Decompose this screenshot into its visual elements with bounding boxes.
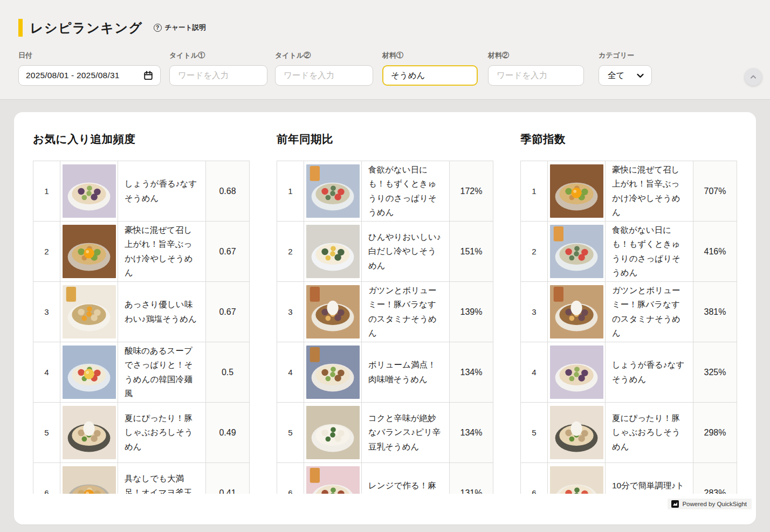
recipe-image (63, 346, 116, 399)
date-filter: 日付 2025/08/01 - 2025/08/31 (18, 51, 161, 86)
metric-value: 0.67 (206, 282, 249, 342)
ingredient2-input[interactable] (488, 65, 584, 86)
ingredient2-filter-label: 材料② (488, 51, 584, 60)
recipe-photo-illustration (550, 164, 603, 218)
recipe-title: ガツンとボリューミー！豚バラなすのスタミナそうめん (362, 282, 450, 342)
category-select[interactable]: 全て (599, 65, 652, 86)
recipe-title: しょうが香る♪なすそうめん (118, 161, 206, 221)
rank-cell: 3 (521, 282, 548, 342)
chart-help-link[interactable]: ? チャート説明 (154, 23, 206, 32)
recipe-image (306, 164, 360, 218)
title2-filter: タイトル② (275, 51, 373, 86)
recipe-photo-illustration (63, 164, 116, 218)
rank-cell: 6 (33, 463, 60, 494)
filter-bar: 日付 2025/08/01 - 2025/08/31 タイトル① タイトル② (0, 51, 770, 88)
metric-value: 298% (693, 403, 737, 462)
recipe-image (550, 225, 603, 278)
recipe-title: 夏にぴったり！豚しゃぶおろしそうめん (606, 403, 693, 462)
recipe-image-cell (304, 463, 362, 494)
chart-help-label: チャート説明 (165, 23, 206, 32)
table-row[interactable]: 1食欲がない日にも！もずくときゅうりのさっぱりそうめん172% (277, 161, 493, 222)
table-row[interactable]: 1豪快に混ぜて召し上がれ！旨辛ぶっかけ冷やしそうめん707% (521, 161, 737, 222)
metric-value: 134% (450, 403, 493, 462)
rank-cell: 2 (277, 222, 304, 281)
metric-value: 0.41 (206, 463, 249, 494)
recipe-photo-illustration (306, 225, 360, 278)
recipe-image (306, 346, 360, 399)
rank-cell: 4 (521, 342, 548, 402)
recipe-title: 酸味のあるスープでさっぱりと！そうめんの韓国冷麺風 (118, 342, 206, 402)
metric-value: 151% (450, 222, 493, 281)
metric-value: 416% (693, 222, 737, 281)
main-area: お気に入り追加頻度 1しょうが香る♪なすそうめん0.682豪快に混ぜて召し上がれ… (0, 100, 770, 524)
recipe-photo-illustration (306, 466, 360, 494)
rank-cell: 1 (521, 161, 548, 221)
recipe-image-cell (60, 282, 118, 342)
recipe-image-cell (548, 222, 606, 281)
table-row[interactable]: 610分で簡単調理♪トマトそうめん283% (521, 463, 737, 494)
table-row[interactable]: 2食欲がない日にも！もずくときゅうりのさっぱりそうめん416% (521, 222, 737, 282)
recipe-image-cell (304, 403, 362, 462)
table-row[interactable]: 6具なしでも大満足！オイマヨ釜玉そうめん0.41 (33, 463, 249, 494)
title2-input[interactable] (275, 65, 373, 86)
recipe-title: 豪快に混ぜて召し上がれ！旨辛ぶっかけ冷やしそうめん (118, 222, 206, 281)
metric-value: 0.49 (206, 403, 249, 462)
scroll-top-button[interactable] (745, 68, 762, 86)
table-row[interactable]: 5夏にぴったり！豚しゃぶおろしそうめん0.49 (33, 403, 249, 463)
recipe-image-cell (304, 222, 362, 281)
recipe-title: 食欲がない日にも！もずくときゅうりのさっぱりそうめん (362, 161, 450, 221)
recipe-image (306, 406, 360, 459)
section-seasonal-index: 季節指数 1豪快に混ぜて召し上がれ！旨辛ぶっかけ冷やしそうめん707%2食欲がな… (520, 132, 737, 494)
recipe-photo-illustration (63, 346, 116, 399)
recipe-image-cell (304, 161, 362, 221)
recipe-photo-illustration (306, 164, 360, 218)
recipe-photo-illustration (550, 406, 603, 459)
recipe-title: 食欲がない日にも！もずくときゅうりのさっぱりそうめん (606, 222, 693, 281)
section-favorite-frequency: お気に入り追加頻度 1しょうが香る♪なすそうめん0.682豪快に混ぜて召し上がれ… (33, 132, 250, 494)
recipe-title: ボリューム満点！肉味噌そうめん (362, 342, 450, 402)
recipe-title: 具なしでも大満足！オイマヨ釜玉そうめん (118, 463, 206, 494)
ingredient1-input[interactable] (382, 65, 478, 86)
date-range-input[interactable]: 2025/08/01 - 2025/08/31 (18, 65, 161, 86)
powered-by-badge: Powered by QuickSight (668, 499, 752, 509)
table-row[interactable]: 2豪快に混ぜて召し上がれ！旨辛ぶっかけ冷やしそうめん0.67 (33, 222, 249, 282)
title2-filter-label: タイトル② (275, 51, 373, 60)
ingredient1-filter: 材料① (382, 51, 478, 86)
title-row: レシピランキング ? チャート説明 (0, 0, 770, 37)
recipe-image (550, 164, 603, 218)
table-row[interactable]: 3ガツンとボリューミー！豚バラなすのスタミナそうめん381% (521, 282, 737, 342)
help-icon: ? (154, 24, 162, 32)
table-row[interactable]: 6レンジで作る！麻婆そうめん131% (277, 463, 493, 494)
recipe-title: コクと辛味が絶妙なバランス♪ピリ辛豆乳そうめん (362, 403, 450, 462)
metric-value: 283% (693, 463, 737, 494)
table-row[interactable]: 3ガツンとボリューミー！豚バラなすのスタミナそうめん139% (277, 282, 493, 342)
calendar-icon (143, 71, 153, 80)
recipe-photo-illustration (63, 406, 116, 459)
recipe-title: ガツンとボリューミー！豚バラなすのスタミナそうめん (606, 282, 693, 342)
table-row[interactable]: 2ひんやりおいしい♪白だし冷やしそうめん151% (277, 222, 493, 282)
recipe-image (550, 406, 603, 459)
table-row[interactable]: 4ボリューム満点！肉味噌そうめん134% (277, 342, 493, 403)
rank-cell: 2 (33, 222, 60, 281)
category-selected-value: 全て (608, 70, 624, 81)
table-row[interactable]: 3あっさり優しい味わい♪鶏塩そうめん0.67 (33, 282, 249, 342)
recipe-image (63, 164, 116, 218)
metric-value: 134% (450, 342, 493, 402)
table-row[interactable]: 4酸味のあるスープでさっぱりと！そうめんの韓国冷麺風0.5 (33, 342, 249, 403)
title1-input[interactable] (169, 65, 267, 86)
recipe-image (550, 346, 603, 399)
table-row[interactable]: 5夏にぴったり！豚しゃぶおろしそうめん298% (521, 403, 737, 463)
table-row[interactable]: 4しょうが香る♪なすそうめん325% (521, 342, 737, 403)
quicksight-logo-icon (671, 500, 679, 508)
recipe-title: 豪快に混ぜて召し上がれ！旨辛ぶっかけ冷やしそうめん (606, 161, 693, 221)
rank-cell: 5 (33, 403, 60, 462)
page-title: レシピランキング (30, 19, 143, 37)
recipe-image-cell (60, 161, 118, 221)
metric-value: 0.68 (206, 161, 249, 221)
recipe-image-cell (304, 342, 362, 402)
rank-cell: 6 (277, 463, 304, 494)
table-row[interactable]: 5コクと辛味が絶妙なバランス♪ピリ辛豆乳そうめん134% (277, 403, 493, 463)
rank-cell: 6 (521, 463, 548, 494)
recipe-photo-illustration (306, 346, 360, 399)
table-row[interactable]: 1しょうが香る♪なすそうめん0.68 (33, 161, 249, 222)
